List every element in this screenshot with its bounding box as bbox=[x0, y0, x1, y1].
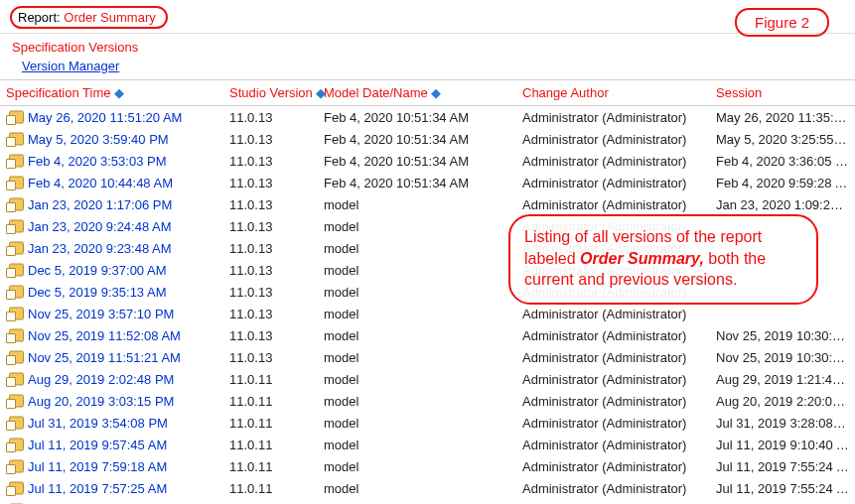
cell-model-date-name: Feb 4, 2020 10:51:34 AM bbox=[318, 172, 516, 193]
table-row[interactable]: Nov 25, 2019 11:51:21 AM11.0.13modelAdmi… bbox=[0, 346, 855, 368]
cell-spec-time[interactable]: Feb 4, 2020 3:53:03 PM bbox=[0, 150, 223, 172]
cell-model-date-name: Feb 4, 2020 10:51:34 AM bbox=[318, 150, 516, 172]
col-spec-time-label: Specification Time bbox=[6, 85, 111, 100]
cell-session: Feb 4, 2020 9:59:28 AM bbox=[710, 172, 855, 193]
cell-spec-time[interactable]: Feb 4, 2020 10:44:48 AM bbox=[0, 172, 223, 193]
cell-spec-time[interactable]: Aug 29, 2019 2:02:48 PM bbox=[0, 368, 223, 390]
cell-change-author: Administrator (Administrator) bbox=[516, 346, 710, 368]
cell-change-author: Administrator (Administrator) bbox=[516, 324, 710, 346]
spec-versions-label: Specification Versions bbox=[0, 34, 855, 57]
col-spec-time[interactable]: Specification Time ◆ bbox=[0, 80, 223, 106]
callout-line2a: labeled bbox=[524, 250, 580, 267]
cell-session: Jul 11, 2019 7:55:24 AM bbox=[710, 477, 855, 499]
cell-change-author: Administrator (Administrator) bbox=[516, 106, 710, 129]
figure-badge: Figure 2 bbox=[735, 8, 829, 37]
cell-change-author: Administrator (Administrator) bbox=[516, 499, 710, 504]
cell-spec-time[interactable]: Jul 11, 2019 7:57:25 AM bbox=[0, 477, 223, 499]
table-row[interactable]: Aug 29, 2019 2:02:48 PM11.0.11modelAdmin… bbox=[0, 368, 855, 390]
cell-studio-version: 11.0.11 bbox=[223, 434, 318, 455]
cell-model-date-name: model bbox=[318, 368, 516, 390]
cell-spec-time[interactable]: May 26, 2020 11:51:20 AM bbox=[0, 106, 223, 129]
table-row[interactable]: May 26, 2020 11:51:20 AM11.0.13Feb 4, 20… bbox=[0, 106, 855, 129]
cell-model-date-name: model bbox=[318, 477, 516, 499]
cell-studio-version: 11.0.13 bbox=[223, 215, 318, 237]
callout-line1: Listing of all versions of the report bbox=[524, 226, 802, 248]
cell-spec-time[interactable]: Aug 20, 2019 3:03:15 PM bbox=[0, 390, 223, 412]
col-studio-version-label: Studio Version bbox=[229, 85, 313, 100]
cell-studio-version: 11.0.13 bbox=[223, 237, 318, 259]
cell-studio-version: 11.0.13 bbox=[223, 128, 318, 150]
cell-session: Nov 25, 2019 10:30:07 AM bbox=[710, 346, 855, 368]
cell-spec-time[interactable]: Jul 11, 2019 9:57:45 AM bbox=[0, 434, 223, 455]
cell-model-date-name: model bbox=[318, 259, 516, 281]
cell-spec-time[interactable]: Jul 11, 2019 7:59:18 AM bbox=[0, 455, 223, 477]
cell-spec-time[interactable]: May 5, 2020 3:59:40 PM bbox=[0, 128, 223, 150]
table-row[interactable]: Jul 11, 2019 9:57:45 AM11.0.11modelAdmin… bbox=[0, 434, 855, 455]
cell-session bbox=[710, 303, 855, 324]
table-row[interactable]: Jan 23, 2020 1:17:06 PM11.0.13modelAdmin… bbox=[0, 193, 855, 215]
cell-model-date-name: model bbox=[318, 193, 516, 215]
table-row[interactable]: Nov 25, 2019 3:57:10 PM11.0.13modelAdmin… bbox=[0, 303, 855, 324]
cell-spec-time[interactable]: Dec 5, 2019 9:35:13 AM bbox=[0, 281, 223, 303]
col-session-label: Session bbox=[716, 85, 762, 100]
cell-change-author: Administrator (Administrator) bbox=[516, 390, 710, 412]
cell-model-date-name: model bbox=[318, 346, 516, 368]
report-title: Report: Order Summary bbox=[10, 6, 168, 29]
col-change-author[interactable]: Change Author bbox=[516, 80, 710, 106]
cell-spec-time[interactable]: Jan 23, 2020 9:24:48 AM bbox=[0, 215, 223, 237]
cell-change-author: Administrator (Administrator) bbox=[516, 193, 710, 215]
version-manager-link[interactable]: Version Manager bbox=[22, 59, 119, 73]
cell-change-author: Administrator (Administrator) bbox=[516, 455, 710, 477]
cell-change-author: Administrator (Administrator) bbox=[516, 412, 710, 434]
table-row[interactable]: Feb 4, 2020 3:53:03 PM11.0.13Feb 4, 2020… bbox=[0, 150, 855, 172]
table-row[interactable]: Jun 18, 2019 3:08:30 PM11.0.11modelAdmin… bbox=[0, 499, 855, 504]
table-row[interactable]: Jul 11, 2019 7:57:25 AM11.0.11modelAdmin… bbox=[0, 477, 855, 499]
cell-studio-version: 11.0.11 bbox=[223, 412, 318, 434]
cell-spec-time[interactable]: Nov 25, 2019 3:57:10 PM bbox=[0, 303, 223, 324]
cell-model-date-name: model bbox=[318, 237, 516, 259]
cell-studio-version: 11.0.13 bbox=[223, 346, 318, 368]
cell-model-date-name: model bbox=[318, 455, 516, 477]
cell-studio-version: 11.0.13 bbox=[223, 303, 318, 324]
cell-session: Nov 25, 2019 10:30:07 AM bbox=[710, 324, 855, 346]
cell-spec-time[interactable]: Jul 31, 2019 3:54:08 PM bbox=[0, 412, 223, 434]
cell-model-date-name: model bbox=[318, 324, 516, 346]
cell-studio-version: 11.0.13 bbox=[223, 106, 318, 129]
cell-model-date-name: Feb 4, 2020 10:51:34 AM bbox=[318, 128, 516, 150]
sort-icon: ◆ bbox=[114, 85, 124, 100]
cell-studio-version: 11.0.13 bbox=[223, 193, 318, 215]
cell-change-author: Administrator (Administrator) bbox=[516, 172, 710, 193]
cell-spec-time[interactable]: Jan 23, 2020 1:17:06 PM bbox=[0, 193, 223, 215]
cell-model-date-name: model bbox=[318, 215, 516, 237]
cell-session: Jul 11, 2019 9:10:40 AM bbox=[710, 434, 855, 455]
cell-studio-version: 11.0.13 bbox=[223, 172, 318, 193]
cell-session: Jul 31, 2019 3:28:08 PM bbox=[710, 412, 855, 434]
table-row[interactable]: Feb 4, 2020 10:44:48 AM11.0.13Feb 4, 202… bbox=[0, 172, 855, 193]
cell-spec-time[interactable]: Jan 23, 2020 9:23:48 AM bbox=[0, 237, 223, 259]
cell-spec-time[interactable]: Nov 25, 2019 11:51:21 AM bbox=[0, 346, 223, 368]
col-model-date-name[interactable]: Model Date/Name ◆ bbox=[318, 80, 516, 106]
table-row[interactable]: Jul 11, 2019 7:59:18 AM11.0.11modelAdmin… bbox=[0, 455, 855, 477]
cell-spec-time[interactable]: Jun 18, 2019 3:08:30 PM bbox=[0, 499, 223, 504]
cell-spec-time[interactable]: Nov 25, 2019 11:52:08 AM bbox=[0, 324, 223, 346]
table-row[interactable]: Aug 20, 2019 3:03:15 PM11.0.11modelAdmin… bbox=[0, 390, 855, 412]
cell-model-date-name: Feb 4, 2020 10:51:34 AM bbox=[318, 106, 516, 129]
cell-session: Jan 23, 2020 1:09:25 PM bbox=[710, 193, 855, 215]
cell-change-author: Administrator (Administrator) bbox=[516, 150, 710, 172]
cell-studio-version: 11.0.13 bbox=[223, 150, 318, 172]
cell-change-author: Administrator (Administrator) bbox=[516, 128, 710, 150]
cell-model-date-name: model bbox=[318, 412, 516, 434]
cell-studio-version: 11.0.11 bbox=[223, 390, 318, 412]
cell-model-date-name: model bbox=[318, 281, 516, 303]
cell-studio-version: 11.0.13 bbox=[223, 259, 318, 281]
table-row[interactable]: Nov 25, 2019 11:52:08 AM11.0.13modelAdmi… bbox=[0, 324, 855, 346]
col-session[interactable]: Session bbox=[710, 80, 855, 106]
table-row[interactable]: May 5, 2020 3:59:40 PM11.0.13Feb 4, 2020… bbox=[0, 128, 855, 150]
table-row[interactable]: Jul 31, 2019 3:54:08 PM11.0.11modelAdmin… bbox=[0, 412, 855, 434]
cell-studio-version: 11.0.11 bbox=[223, 499, 318, 504]
cell-session: Feb 4, 2020 3:36:05 PM bbox=[710, 150, 855, 172]
cell-spec-time[interactable]: Dec 5, 2019 9:37:00 AM bbox=[0, 259, 223, 281]
col-studio-version[interactable]: Studio Version ◆ bbox=[223, 80, 318, 106]
cell-session: May 26, 2020 11:35:42 AM bbox=[710, 106, 855, 129]
cell-change-author: Administrator (Administrator) bbox=[516, 434, 710, 455]
